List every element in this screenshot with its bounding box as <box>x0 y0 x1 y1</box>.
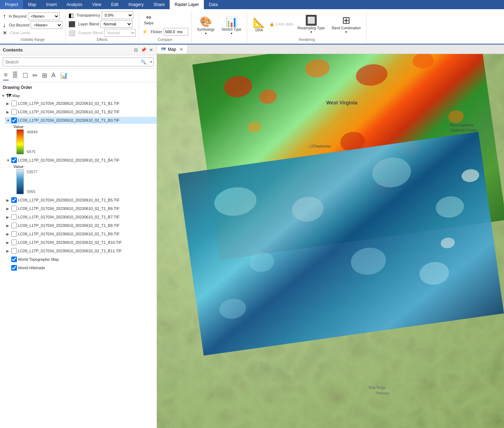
in-beyond-select[interactable]: <None> <box>28 12 60 20</box>
tab-raster-layer[interactable]: Raster Layer <box>170 0 204 9</box>
dra-button[interactable]: 📐 DRA <box>250 15 268 34</box>
b11-expand-icon[interactable]: ▶ <box>6 249 11 253</box>
list-by-charts-icon[interactable]: 📊 <box>59 71 69 80</box>
layer-b9-row[interactable]: ▶ LC09_L1TP_017034_20230610_20230610_02_… <box>5 230 157 237</box>
tab-map[interactable]: Map <box>23 0 41 9</box>
list-by-data-source-icon[interactable]: 🗄 <box>11 71 19 80</box>
b8-expand-icon[interactable]: ▶ <box>6 224 11 228</box>
clear-limits-button[interactable]: Clear Limits <box>10 31 30 35</box>
b11-checkbox[interactable] <box>11 248 17 254</box>
auto-hide-icon[interactable]: ⊟ <box>133 47 139 53</box>
b9-label: LC09_L1TP_017034_20230610_20230610_02_T1… <box>18 232 120 236</box>
layer-b3-row[interactable]: ▼ LC09_L1TP_017034_20230610_20230610_02_… <box>5 117 157 124</box>
b3-value-label: Value <box>13 125 24 129</box>
transparency-select[interactable]: 0.0% <box>102 11 133 19</box>
b5-expand-icon[interactable]: ▶ <box>6 198 11 202</box>
layer-b10-row[interactable]: ▶ LC09_L1TP_017034_20230610_20230610_02_… <box>5 239 157 246</box>
b8-checkbox[interactable] <box>11 223 17 228</box>
lock-stats-row: 🔒 Lock stats <box>269 22 293 26</box>
transparency-row: ◧ Transparency 0.0% <box>68 11 136 19</box>
map-expand-icon[interactable]: ▼ <box>1 94 6 98</box>
tab-analysis[interactable]: Analysis <box>62 0 87 9</box>
dock-icon[interactable]: 📌 <box>140 47 147 53</box>
map-tab-close-button[interactable]: ✕ <box>180 47 183 52</box>
layer-blend-select[interactable]: Normal <box>101 20 132 28</box>
layer-b11-item: ▶ LC09_L1TP_017034_20230610_20230610_02_… <box>0 247 157 255</box>
b10-expand-icon[interactable]: ▶ <box>6 241 11 245</box>
b1-checkbox[interactable] <box>11 101 17 106</box>
close-panel-icon[interactable]: ✕ <box>148 47 154 53</box>
band-combination-dropdown-icon: ▾ <box>345 30 347 34</box>
tab-imagery[interactable]: Imagery <box>123 0 148 9</box>
map-tab-icon: 🗺 <box>161 47 166 52</box>
out-beyond-select[interactable]: <None> <box>31 21 62 29</box>
b6-expand-icon[interactable]: ▶ <box>6 207 11 211</box>
layer-b5-row[interactable]: ▶ LC09_L1TP_017034_20230610_20230610_02_… <box>5 197 157 204</box>
compare-group: ⇔ Swipe ⚡ Flicker Compare <box>139 11 191 42</box>
layer-b7-row[interactable]: ▶ LC09_L1TP_017034_20230610_20230610_02_… <box>5 213 157 221</box>
stretch-type-button[interactable]: 📊 Stretch Type ▾ <box>219 14 244 37</box>
stretch-type-icon: 📊 <box>225 16 238 28</box>
list-by-selection-icon[interactable]: ☐ <box>22 71 29 80</box>
map-tree-row[interactable]: ▼ 🗺 Map <box>0 92 157 99</box>
b6-checkbox[interactable] <box>11 206 17 211</box>
b1-label: LC09_L1TP_017034_20230610_20230610_02_T1… <box>18 101 120 106</box>
b3-checkbox[interactable] <box>11 117 17 123</box>
layer-b11-row[interactable]: ▶ LC09_L1TP_017034_20230610_20230610_02_… <box>5 247 157 254</box>
in-beyond-label: In Beyond <box>9 14 26 18</box>
topo-checkbox[interactable] <box>11 257 17 262</box>
effects-label: Effects <box>68 38 136 42</box>
layer-b4-item: ▼ LC09_L1TP_017034_20230610_20230610_02_… <box>0 156 157 196</box>
layer-b4-row[interactable]: ▼ LC09_L1TP_017034_20230610_20230610_02_… <box>5 157 157 164</box>
swipe-button[interactable]: ⇔ Swipe <box>142 12 156 26</box>
tab-project[interactable]: Project <box>0 0 23 9</box>
b7-checkbox[interactable] <box>11 214 17 220</box>
b5-checkbox[interactable] <box>11 197 17 203</box>
search-dropdown[interactable]: ▾ <box>148 59 153 65</box>
b3-expand-icon[interactable]: ▼ <box>6 119 11 122</box>
layer-b8-row[interactable]: ▶ LC09_L1TP_017034_20230610_20230610_02_… <box>5 222 157 229</box>
layer-b5-item: ▶ LC09_L1TP_017034_20230610_20230610_02_… <box>0 196 157 204</box>
b4-value-label: Value <box>13 164 24 169</box>
layer-blend-label: Layer Blend <box>78 22 99 26</box>
b4-expand-icon[interactable]: ▼ <box>6 158 11 162</box>
band-combination-button[interactable]: ⊞ Band Combination ▾ <box>329 13 364 35</box>
search-input[interactable] <box>3 58 139 66</box>
map-tab[interactable]: 🗺 Map ✕ <box>157 45 188 54</box>
list-by-labeling-icon[interactable]: A <box>50 71 57 80</box>
map-canvas[interactable]: West Virginia Monongahela National Fores… <box>157 54 504 428</box>
b2-checkbox[interactable] <box>11 109 17 115</box>
b7-expand-icon[interactable]: ▶ <box>6 215 11 219</box>
layer-topo-row[interactable]: World Topographic Map <box>10 256 157 263</box>
b2-expand-icon[interactable]: ▶ <box>6 110 11 114</box>
tab-insert[interactable]: Insert <box>41 0 62 9</box>
drawing-order-header: Drawing Order <box>0 84 157 91</box>
layer-b1-row[interactable]: ▶ LC09_L1TP_017034_20230610_20230610_02_… <box>5 100 157 107</box>
b1-expand-icon[interactable]: ▶ <box>6 102 11 106</box>
list-by-drawing-order-icon[interactable]: ≡ <box>3 70 9 80</box>
layer-b6-row[interactable]: ▶ LC09_L1TP_017034_20230610_20230610_02_… <box>5 205 157 212</box>
resampling-type-button[interactable]: 🔲 Resampling Type ▾ <box>295 13 328 35</box>
symbology-button[interactable]: 🎨 Symbology ▾ <box>194 14 217 37</box>
layer-b2-row[interactable]: ▶ LC09_L1TP_017034_20230610_20230610_02_… <box>5 108 157 115</box>
contents-search-area: 🔍 ▾ <box>0 55 157 69</box>
b4-color-bar <box>16 169 24 194</box>
layer-hillshade-row[interactable]: World Hillshade <box>10 264 157 271</box>
ribbon: Project Map Insert Analysis View Edit Im… <box>0 0 504 45</box>
effects-group: ◧ Transparency 0.0% ⬛ Layer Blend Normal <box>66 11 139 42</box>
list-by-snapping-icon[interactable]: ⊞ <box>41 71 48 80</box>
hillshade-checkbox[interactable] <box>11 265 17 271</box>
list-by-editing-icon[interactable]: ✏ <box>31 71 39 80</box>
lock-stats-label: Lock stats <box>276 22 293 26</box>
b9-checkbox[interactable] <box>11 231 17 237</box>
b10-checkbox[interactable] <box>11 240 17 245</box>
tab-share[interactable]: Share <box>148 0 170 9</box>
tab-edit[interactable]: Edit <box>106 0 123 9</box>
search-button[interactable]: 🔍 <box>139 58 148 66</box>
b9-expand-icon[interactable]: ▶ <box>6 232 11 236</box>
tab-data[interactable]: Data <box>204 0 223 9</box>
tab-view[interactable]: View <box>87 0 106 9</box>
main-layout: Contents ⊟ 📌 ✕ 🔍 ▾ ≡ 🗄 ☐ ✏ ⊞ A 📊 <box>0 45 504 428</box>
b4-checkbox[interactable] <box>11 157 17 163</box>
flicker-input[interactable] <box>164 28 188 36</box>
